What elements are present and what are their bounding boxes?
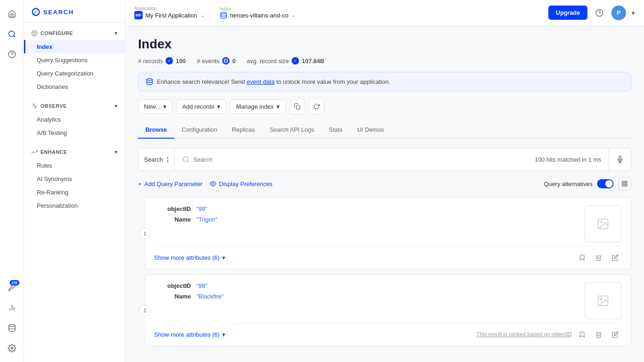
svg-line-1 xyxy=(13,35,15,37)
refresh-button[interactable] xyxy=(309,99,324,114)
copy-button[interactable] xyxy=(289,99,305,114)
record-card-2: 2 objectID "98" Name "Blackfire" xyxy=(144,274,631,346)
record-number-2: 2 xyxy=(139,305,150,316)
sidebar-item-ai-synonyms[interactable]: AI Synonyms xyxy=(24,172,125,186)
record-number-1: 1 xyxy=(139,228,150,239)
index-chevron-icon: ⌄ xyxy=(291,12,296,18)
new-chevron-icon: ▾ xyxy=(163,103,167,110)
sidebar-item-query-suggestions[interactable]: Query Suggestions xyxy=(24,53,125,67)
delete-button-2[interactable] xyxy=(592,328,605,341)
edit-button-2[interactable] xyxy=(609,328,621,341)
sidebar-item-query-categorization[interactable]: Query Categorization xyxy=(24,67,125,80)
record-field-objectid-2: objectID "98" xyxy=(154,282,575,289)
upgrade-button[interactable]: Upgrade xyxy=(548,6,587,20)
configure-header[interactable]: CONFIGURE ▾ xyxy=(24,28,125,40)
search-nav-icon[interactable] xyxy=(4,26,20,42)
tab-search-api-logs[interactable]: Search API Logs xyxy=(262,122,322,139)
record-field-name-2: Name "Blackfire" xyxy=(154,293,575,300)
rank-text-2: This result is ranked based on objectID xyxy=(477,331,572,338)
avatar[interactable]: P xyxy=(611,6,626,20)
tab-configuration[interactable]: Configuration xyxy=(174,122,224,139)
records-check-icon: ✓ xyxy=(166,57,173,64)
svg-rect-15 xyxy=(296,105,300,109)
record-fields-1: objectID "99" Name "Trigon" xyxy=(154,205,575,227)
badge-count: 2/8 xyxy=(10,280,19,286)
selector-divider xyxy=(212,6,213,20)
svg-rect-21 xyxy=(622,181,624,183)
observe-header[interactable]: OBSERVE ▾ xyxy=(24,101,125,113)
main-area: Application MF My First Application ⌄ In… xyxy=(125,0,644,362)
new-button[interactable]: New... ▾ xyxy=(138,99,172,114)
sidebar-item-analytics[interactable]: Analytics xyxy=(24,113,125,126)
topbar-right: Upgrade P ▾ xyxy=(548,6,635,20)
settings-icon[interactable] xyxy=(4,340,20,356)
query-left: + Add Query Parameter Display Preference… xyxy=(138,181,272,187)
sidebar-item-ab-testing[interactable]: A/B Testing xyxy=(24,126,125,140)
index-selector-value[interactable]: heroes-villains-and-co ⌄ xyxy=(220,12,296,19)
stat-records: # records ✓ 100 xyxy=(138,57,186,64)
content-area: Index # records ✓ 100 # events 0 xyxy=(125,26,644,362)
search-icon xyxy=(182,156,190,163)
manage-chevron-icon: ▾ xyxy=(276,103,280,110)
record-image-1 xyxy=(585,205,621,242)
tab-browse[interactable]: Browse xyxy=(138,122,174,139)
show-more-chevron-icon-2: ▾ xyxy=(222,331,225,338)
page-title: Index xyxy=(138,37,631,52)
app-chevron-icon: ⌄ xyxy=(200,12,205,18)
query-right: Query alternatives xyxy=(544,177,632,190)
display-preferences-button[interactable]: Display Preferences xyxy=(210,181,272,187)
delete-button-1[interactable] xyxy=(592,251,605,264)
svg-point-16 xyxy=(183,157,188,162)
application-selector: Application MF My First Application ⌄ xyxy=(134,6,205,19)
manage-index-button[interactable]: Manage index ▾ xyxy=(230,99,286,114)
rocket-icon[interactable]: 2/8 xyxy=(4,279,20,296)
search-input[interactable] xyxy=(193,156,531,163)
svg-point-14 xyxy=(147,78,152,80)
bookmark-button-1[interactable] xyxy=(575,251,588,264)
help-icon[interactable] xyxy=(593,6,606,19)
bookmark-button-2[interactable] xyxy=(575,328,588,341)
svg-rect-24 xyxy=(625,184,627,186)
question-icon[interactable] xyxy=(4,46,20,63)
topbar-left: Application MF My First Application ⌄ In… xyxy=(134,6,296,20)
home-icon[interactable] xyxy=(4,6,20,22)
enhance-section: ENHANCE ▾ Rules AI Synonyms Re-Ranking P… xyxy=(24,141,125,214)
sidebar-item-dictionaries[interactable]: Dictionaries xyxy=(24,80,125,93)
sidebar-item-re-ranking[interactable]: Re-Ranking xyxy=(24,186,125,199)
grid-view-button[interactable] xyxy=(618,177,631,190)
sidebar-item-personalization[interactable]: Personalization xyxy=(24,199,125,212)
stat-avg-size: avg. record size ✓ 107.84B xyxy=(247,57,324,64)
user-menu-chevron[interactable]: ▾ xyxy=(632,9,635,17)
add-records-chevron-icon: ▾ xyxy=(217,103,220,110)
event-data-link[interactable]: event data xyxy=(247,78,275,85)
icon-rail: 2/8 xyxy=(0,0,24,362)
tabs: Browse Configuration Replicas Search API… xyxy=(138,122,631,139)
record-fields-2: objectID "98" Name "Blackfire" xyxy=(154,282,575,304)
eye-icon xyxy=(210,181,216,187)
topbar: Application MF My First Application ⌄ In… xyxy=(125,0,644,26)
add-query-param-button[interactable]: + Add Query Parameter xyxy=(138,181,202,187)
logo-text: SEARCH xyxy=(43,9,74,16)
show-more-button-2[interactable]: Show more attributes (6) ▾ xyxy=(154,331,225,338)
chart-icon[interactable] xyxy=(4,299,20,316)
search-input-area: 100 hits matched in 1 ms xyxy=(175,156,609,163)
sidebar-item-index[interactable]: Index xyxy=(24,40,125,53)
record-footer-2: Show more attributes (6) ▾ This result i… xyxy=(154,323,621,345)
application-selector-value[interactable]: MF My First Application ⌄ xyxy=(134,11,205,19)
database-icon[interactable] xyxy=(4,320,20,336)
search-hits-text: 100 hits matched in 1 ms xyxy=(535,156,601,163)
search-type-selector[interactable]: Search ▴ ▾ xyxy=(138,148,175,170)
add-records-button[interactable]: Add records ▾ xyxy=(176,99,226,114)
query-alternatives-toggle[interactable] xyxy=(597,179,614,188)
tab-ui-demos[interactable]: UI Demos xyxy=(350,122,391,139)
sidebar-item-rules[interactable]: Rules xyxy=(24,159,125,172)
svg-rect-22 xyxy=(625,181,627,183)
edit-button-1[interactable] xyxy=(609,251,621,264)
configure-section: CONFIGURE ▾ Index Query Suggestions Quer… xyxy=(24,23,125,95)
tab-stats[interactable]: Stats xyxy=(322,122,350,139)
show-more-button-1[interactable]: Show more attributes (6) ▾ xyxy=(154,254,225,261)
tab-replicas[interactable]: Replicas xyxy=(224,122,262,139)
logo[interactable]: SEARCH xyxy=(31,7,74,17)
mic-button[interactable] xyxy=(609,148,631,170)
enhance-header[interactable]: ENHANCE ▾ xyxy=(24,147,125,159)
